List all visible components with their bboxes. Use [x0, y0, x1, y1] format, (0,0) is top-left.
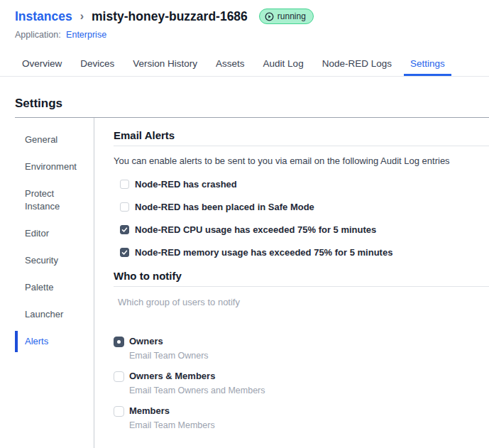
notify-option-label: Owners: [129, 336, 209, 347]
tab-overview[interactable]: Overview: [16, 54, 68, 76]
notify-option-owners-members[interactable]: Owners & Members Email Team Owners and M…: [114, 371, 489, 396]
sidebar-item-palette[interactable]: Palette: [15, 277, 94, 298]
notify-option-label: Members: [129, 405, 215, 417]
alert-option-safe-mode[interactable]: Node-RED has been placed in Safe Mode: [120, 202, 489, 213]
breadcrumb-instances-link[interactable]: Instances: [15, 9, 72, 24]
email-alerts-heading: Email Alerts: [114, 129, 489, 141]
email-alerts-divider: [114, 146, 489, 146]
breadcrumb: Instances › misty-honey-buzzard-1686 run…: [15, 9, 474, 24]
notify-options: Owners Email Team Owners Owners & Member…: [114, 336, 489, 431]
notify-option-description: Email Team Owners: [129, 350, 209, 361]
instance-name-title: misty-honey-buzzard-1686: [92, 9, 248, 24]
breadcrumb-chevron-icon: ›: [80, 11, 84, 22]
alert-option-label: Node-RED CPU usage has exceeded 75% for …: [135, 224, 376, 236]
radio-members[interactable]: [114, 406, 124, 417]
radio-owners-members[interactable]: [114, 371, 124, 382]
settings-page-title: Settings: [15, 97, 474, 111]
checkbox-cpu[interactable]: [120, 225, 129, 234]
application-label: Application:: [15, 30, 61, 40]
tab-devices[interactable]: Devices: [74, 54, 121, 76]
sidebar-item-environment[interactable]: Environment: [15, 156, 94, 177]
check-icon: [121, 226, 128, 233]
alert-option-label: Node-RED has been placed in Safe Mode: [135, 202, 314, 213]
alert-option-crashed[interactable]: Node-RED has crashed: [120, 179, 489, 190]
application-row: Application: Enterprise: [15, 30, 474, 40]
notify-option-description: Email Team Members: [129, 420, 215, 431]
tab-node-red-logs[interactable]: Node-RED Logs: [316, 54, 398, 76]
notify-option-members[interactable]: Members Email Team Members: [114, 405, 489, 431]
sidebar-item-alerts[interactable]: Alerts: [15, 331, 94, 352]
tab-settings[interactable]: Settings: [404, 54, 451, 76]
checkbox-safe-mode[interactable]: [120, 202, 129, 212]
alert-option-memory[interactable]: Node-RED memory usage has exceeded 75% f…: [120, 247, 489, 258]
alert-option-label: Node-RED has crashed: [135, 179, 237, 190]
tab-assets[interactable]: Assets: [209, 54, 251, 76]
sidebar-item-protect-instance[interactable]: Protect Instance: [15, 183, 94, 217]
settings-content: General Environment Protect Instance Edi…: [0, 118, 489, 448]
alerts-settings-panel: Email Alerts You can enable alerts to be…: [94, 118, 489, 448]
radio-dot: [117, 340, 121, 344]
sidebar-item-general[interactable]: General: [15, 129, 94, 151]
status-badge-label: running: [278, 11, 306, 21]
settings-sidebar: General Environment Protect Instance Edi…: [15, 118, 94, 448]
who-to-notify-divider: [114, 286, 489, 287]
check-icon: [121, 249, 128, 256]
checkbox-crashed[interactable]: [120, 180, 129, 189]
play-circle-icon: [265, 12, 274, 21]
notify-option-label: Owners & Members: [129, 371, 265, 382]
sidebar-item-editor[interactable]: Editor: [15, 223, 94, 244]
alert-option-label: Node-RED memory usage has exceeded 75% f…: [135, 247, 392, 258]
tab-version-history[interactable]: Version History: [126, 54, 204, 76]
email-alerts-description: You can enable alerts to be sent to you …: [114, 155, 489, 166]
notify-option-owners[interactable]: Owners Email Team Owners: [114, 336, 489, 361]
tab-audit-log[interactable]: Audit Log: [257, 54, 310, 76]
instance-tab-bar: Overview Devices Version History Assets …: [0, 54, 489, 77]
sidebar-item-security[interactable]: Security: [15, 250, 94, 271]
radio-owners[interactable]: [114, 337, 124, 347]
status-badge: running: [259, 9, 314, 24]
notify-option-description: Email Team Owners and Members: [129, 385, 265, 396]
checkbox-memory[interactable]: [120, 248, 129, 257]
alert-option-cpu[interactable]: Node-RED CPU usage has exceeded 75% for …: [120, 224, 489, 236]
who-to-notify-heading: Who to notify: [114, 270, 489, 282]
email-alerts-options: Node-RED has crashed Node-RED has been p…: [120, 179, 489, 258]
application-link[interactable]: Enterprise: [66, 30, 106, 40]
notify-helper-text: Which group of users to notify: [118, 297, 489, 307]
sidebar-item-launcher[interactable]: Launcher: [15, 304, 94, 325]
page-header: Instances › misty-honey-buzzard-1686 run…: [0, 0, 489, 40]
